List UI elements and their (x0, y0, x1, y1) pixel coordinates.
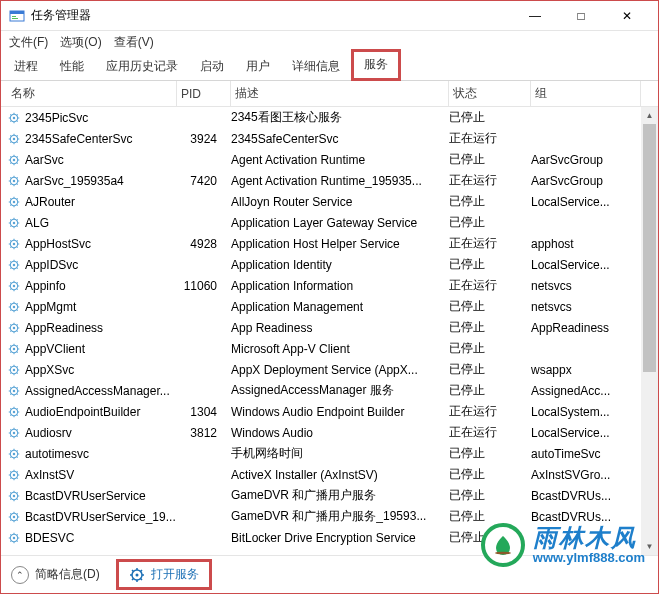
watermark-logo-icon (481, 523, 525, 567)
table-row[interactable]: Appinfo11060Application Information正在运行n… (1, 275, 658, 296)
cell-pid: 7420 (177, 174, 231, 188)
menubar: 文件(F) 选项(O) 查看(V) (1, 31, 658, 53)
cell-status: 已停止 (449, 214, 531, 231)
fewer-details-label: 简略信息(D) (35, 566, 100, 583)
cell-name: Appinfo (7, 279, 177, 293)
table-row[interactable]: AppVClientMicrosoft App-V Client已停止 (1, 338, 658, 359)
app-icon (9, 8, 25, 24)
col-pid[interactable]: PID (177, 81, 231, 106)
svg-point-47 (135, 573, 138, 576)
table-row[interactable]: 2345PicSvc2345看图王核心服务已停止 (1, 107, 658, 128)
table-row[interactable]: AarSvc_195935a47420Agent Activation Runt… (1, 170, 658, 191)
cell-desc: Agent Activation Runtime_195935... (231, 174, 449, 188)
cell-name: AssignedAccessManager... (7, 384, 177, 398)
cell-group: LocalService... (531, 195, 641, 209)
tab-startup[interactable]: 启动 (189, 53, 235, 81)
col-desc[interactable]: 描述 (231, 81, 449, 106)
cell-name: AppIDSvc (7, 258, 177, 272)
titlebar: 任务管理器 — □ ✕ (1, 1, 658, 31)
col-group[interactable]: 组 (531, 81, 641, 106)
cell-desc: Agent Activation Runtime (231, 153, 449, 167)
watermark-brand: 雨林木风 (533, 525, 645, 551)
table-row[interactable]: AssignedAccessManager...AssignedAccessMa… (1, 380, 658, 401)
table-row[interactable]: AudioEndpointBuilder1304Windows Audio En… (1, 401, 658, 422)
tab-performance[interactable]: 性能 (49, 53, 95, 81)
cell-status: 正在运行 (449, 235, 531, 252)
table-row[interactable]: AJRouterAllJoyn Router Service已停止LocalSe… (1, 191, 658, 212)
menu-view[interactable]: 查看(V) (110, 32, 158, 53)
cell-pid: 4928 (177, 237, 231, 251)
table-row[interactable]: AppReadinessApp Readiness已停止AppReadiness (1, 317, 658, 338)
table-row[interactable]: AppMgmtApplication Management已停止netsvcs (1, 296, 658, 317)
table-row[interactable]: AppIDSvcApplication Identity已停止LocalServ… (1, 254, 658, 275)
close-button[interactable]: ✕ (604, 1, 650, 31)
cell-desc: AppX Deployment Service (AppX... (231, 363, 449, 377)
cell-group: netsvcs (531, 279, 641, 293)
cell-status: 已停止 (449, 151, 531, 168)
svg-point-27 (13, 347, 15, 349)
minimize-button[interactable]: — (512, 1, 558, 31)
menu-file[interactable]: 文件(F) (5, 32, 52, 53)
cell-desc: Application Host Helper Service (231, 237, 449, 251)
table-row[interactable]: AppXSvcAppX Deployment Service (AppX...已… (1, 359, 658, 380)
scroll-thumb[interactable] (643, 124, 656, 372)
cell-name: AppXSvc (7, 363, 177, 377)
services-table: 名称 PID 描述 状态 组 2345PicSvc2345看图王核心服务已停止2… (1, 81, 658, 555)
cell-name: 2345SafeCenterSvc (7, 132, 177, 146)
table-row[interactable]: AarSvcAgent Activation Runtime已停止AarSvcG… (1, 149, 658, 170)
tab-services[interactable]: 服务 (351, 49, 401, 81)
svg-point-17 (13, 242, 15, 244)
table-row[interactable]: autotimesvc手机网络时间已停止autoTimeSvc (1, 443, 658, 464)
svg-point-39 (13, 473, 15, 475)
tab-app-history[interactable]: 应用历史记录 (95, 53, 189, 81)
table-row[interactable]: Audiosrv3812Windows Audio正在运行LocalServic… (1, 422, 658, 443)
cell-desc: 2345看图王核心服务 (231, 109, 449, 126)
cell-name: AudioEndpointBuilder (7, 405, 177, 419)
open-services-button[interactable]: 打开服务 (116, 559, 212, 590)
cell-name: ALG (7, 216, 177, 230)
cell-status: 已停止 (449, 361, 531, 378)
maximize-button[interactable]: □ (558, 1, 604, 31)
cell-status: 已停止 (449, 193, 531, 210)
cell-status: 已停止 (449, 382, 531, 399)
watermark-url: www.ylmf888.com (533, 551, 645, 565)
cell-pid: 11060 (177, 279, 231, 293)
svg-point-37 (13, 452, 15, 454)
cell-name: autotimesvc (7, 447, 177, 461)
menu-options[interactable]: 选项(O) (56, 32, 105, 53)
cell-group: apphost (531, 237, 641, 251)
table-row[interactable]: 2345SafeCenterSvc39242345SafeCenterSvc正在… (1, 128, 658, 149)
table-row[interactable]: ALGApplication Layer Gateway Service已停止 (1, 212, 658, 233)
cell-status: 已停止 (449, 340, 531, 357)
svg-point-15 (13, 221, 15, 223)
cell-desc: AllJoyn Router Service (231, 195, 449, 209)
cell-group: LocalService... (531, 426, 641, 440)
cell-group: BcastDVRUs... (531, 489, 641, 503)
svg-point-5 (13, 116, 15, 118)
col-name[interactable]: 名称 (7, 81, 177, 106)
tab-users[interactable]: 用户 (235, 53, 281, 81)
svg-point-43 (13, 515, 15, 517)
window-title: 任务管理器 (31, 7, 91, 24)
cell-desc: AssignedAccessManager 服务 (231, 382, 449, 399)
cell-desc: Application Identity (231, 258, 449, 272)
tab-processes[interactable]: 进程 (3, 53, 49, 81)
table-row[interactable]: AxInstSVActiveX Installer (AxInstSV)已停止A… (1, 464, 658, 485)
open-services-label: 打开服务 (151, 566, 199, 583)
cell-pid: 3812 (177, 426, 231, 440)
scroll-up-icon[interactable]: ▲ (641, 107, 658, 124)
svg-point-33 (13, 410, 15, 412)
svg-point-23 (13, 305, 15, 307)
cell-group: LocalService... (531, 258, 641, 272)
tab-details[interactable]: 详细信息 (281, 53, 351, 81)
tabbar: 进程 性能 应用历史记录 启动 用户 详细信息 服务 (1, 53, 658, 81)
cell-name: BDESVC (7, 531, 177, 545)
cell-group: netsvcs (531, 300, 641, 314)
table-row[interactable]: AppHostSvc4928Application Host Helper Se… (1, 233, 658, 254)
cell-group: LocalSystem... (531, 405, 641, 419)
col-status[interactable]: 状态 (449, 81, 531, 106)
fewer-details-button[interactable]: ⌃ 简略信息(D) (11, 566, 100, 584)
task-manager-window: 任务管理器 — □ ✕ 文件(F) 选项(O) 查看(V) 进程 性能 应用历史… (1, 1, 658, 593)
vertical-scrollbar[interactable]: ▲ ▼ (641, 107, 658, 555)
table-row[interactable]: BcastDVRUserServiceGameDVR 和广播用户服务已停止Bca… (1, 485, 658, 506)
